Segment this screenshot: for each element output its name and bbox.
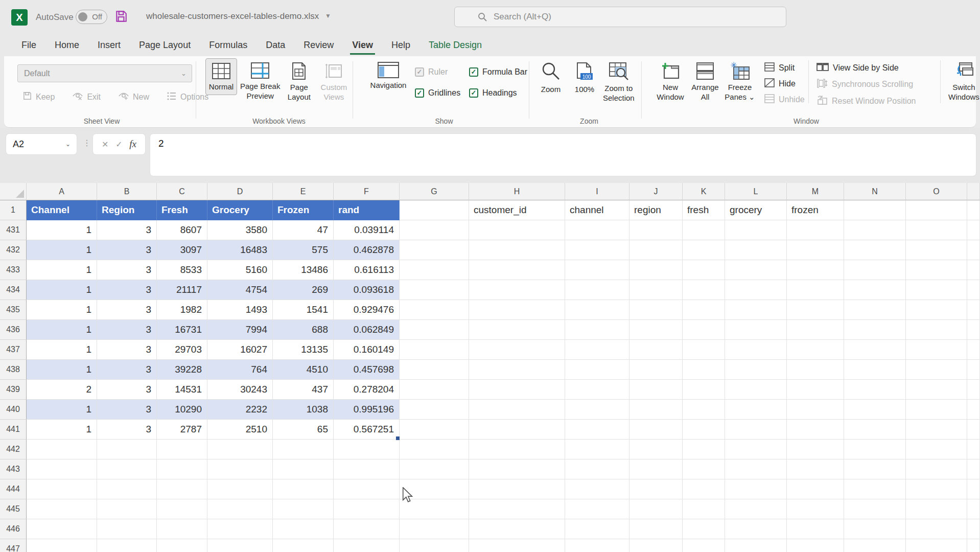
cell-empty[interactable] xyxy=(967,340,980,360)
cell-f436[interactable]: 0.062849 xyxy=(334,320,400,340)
cell-empty[interactable] xyxy=(725,360,787,380)
table-header-grocery[interactable]: Grocery xyxy=(207,200,273,220)
cell-e432[interactable]: 575 xyxy=(273,240,334,260)
cell-empty[interactable] xyxy=(469,400,565,420)
cell-empty[interactable] xyxy=(273,539,334,552)
row-header-440[interactable]: 440 xyxy=(0,400,27,420)
new-window-button[interactable]: NewWindow xyxy=(655,58,686,102)
cell-empty[interactable] xyxy=(787,220,844,240)
cell-a437[interactable]: 1 xyxy=(27,340,97,360)
autosave-toggle[interactable]: Off xyxy=(76,10,107,24)
row-header-443[interactable]: 443 xyxy=(0,459,27,479)
cell-a435[interactable]: 1 xyxy=(27,300,97,320)
cell-empty[interactable] xyxy=(787,240,844,260)
formula-bar-checkbox[interactable]: ✓Formula Bar xyxy=(469,67,527,77)
cell-empty[interactable] xyxy=(273,499,334,519)
cell-empty[interactable] xyxy=(207,499,273,519)
cell-c432[interactable]: 3097 xyxy=(157,240,207,260)
cell-e434[interactable]: 269 xyxy=(273,280,334,300)
cell-empty[interactable] xyxy=(469,360,565,380)
column-header-i[interactable]: I xyxy=(565,183,629,200)
cell-empty[interactable] xyxy=(565,340,629,360)
cell-empty[interactable] xyxy=(565,479,629,499)
cell-empty[interactable] xyxy=(629,260,683,280)
row-header-445[interactable]: 445 xyxy=(0,499,27,519)
cell-empty[interactable] xyxy=(400,280,469,300)
cell-empty[interactable] xyxy=(629,400,683,420)
synchronous-scrolling-button[interactable]: Synchronous Scrolling xyxy=(816,78,916,90)
cell-empty[interactable] xyxy=(629,440,683,459)
tab-formulas[interactable]: Formulas xyxy=(208,36,248,56)
document-title[interactable]: wholesale-customers-excel-tables-demo.xl… xyxy=(146,11,319,21)
cell-a436[interactable]: 1 xyxy=(27,320,97,340)
cell-empty[interactable] xyxy=(787,340,844,360)
cell-empty[interactable] xyxy=(906,400,967,420)
cell-empty[interactable] xyxy=(787,499,844,519)
cell-empty[interactable] xyxy=(906,499,967,519)
cell-e437[interactable]: 13135 xyxy=(273,340,334,360)
cell-empty[interactable] xyxy=(725,400,787,420)
cell-empty[interactable] xyxy=(629,320,683,340)
cell-empty[interactable] xyxy=(207,440,273,459)
cell-empty[interactable] xyxy=(725,519,787,539)
cell-empty[interactable] xyxy=(334,499,400,519)
hide-button[interactable]: Hide xyxy=(764,78,805,89)
cell-empty[interactable] xyxy=(906,200,967,220)
cell-empty[interactable] xyxy=(906,300,967,320)
cell-empty[interactable] xyxy=(787,539,844,552)
tab-page-layout[interactable]: Page Layout xyxy=(138,36,192,56)
cell-empty[interactable] xyxy=(725,340,787,360)
filename-dropdown-icon[interactable]: ▼ xyxy=(325,12,331,19)
cell-empty[interactable] xyxy=(334,440,400,459)
cell-empty[interactable] xyxy=(565,400,629,420)
cell-empty[interactable] xyxy=(967,200,980,220)
cell-empty[interactable] xyxy=(97,440,157,459)
freeze-panes--button[interactable]: ✳FreezePanes ⌄ xyxy=(725,58,755,102)
cell-b431[interactable]: 3 xyxy=(97,220,157,240)
table-header-rand[interactable]: rand xyxy=(334,200,400,220)
keep-button[interactable]: Keep xyxy=(22,91,55,103)
cell-f437[interactable]: 0.160149 xyxy=(334,340,400,360)
column-header-h[interactable]: H xyxy=(469,183,565,200)
cell-empty[interactable] xyxy=(469,519,565,539)
cell-b434[interactable]: 3 xyxy=(97,280,157,300)
row-header-444[interactable]: 444 xyxy=(0,479,27,499)
cell-empty[interactable] xyxy=(683,459,725,479)
cell-empty[interactable] xyxy=(844,539,906,552)
gridlines-checkbox[interactable]: ✓Gridlines xyxy=(415,88,469,98)
column-header-f[interactable]: F xyxy=(334,183,400,200)
cell-empty[interactable] xyxy=(629,360,683,380)
row-header-1[interactable]: 1 xyxy=(0,200,27,220)
cell-f434[interactable]: 0.093618 xyxy=(334,280,400,300)
cell-empty[interactable] xyxy=(844,340,906,360)
row-header-431[interactable]: 431 xyxy=(0,220,27,240)
cell-a434[interactable]: 1 xyxy=(27,280,97,300)
cell-empty[interactable] xyxy=(787,459,844,479)
cell-empty[interactable] xyxy=(565,280,629,300)
column-header-e[interactable]: E xyxy=(273,183,334,200)
cell-c441[interactable]: 2787 xyxy=(157,420,207,440)
split-button[interactable]: Split xyxy=(764,62,805,74)
cell-empty[interactable] xyxy=(97,499,157,519)
cell-empty[interactable] xyxy=(629,220,683,240)
cell-empty[interactable] xyxy=(400,420,469,440)
cell-empty[interactable] xyxy=(683,499,725,519)
cell-e439[interactable]: 437 xyxy=(273,380,334,400)
cell-empty[interactable] xyxy=(683,380,725,400)
cell-empty[interactable] xyxy=(157,519,207,539)
cell-f433[interactable]: 0.616113 xyxy=(334,260,400,280)
cell-c434[interactable]: 21117 xyxy=(157,280,207,300)
cell-empty[interactable] xyxy=(629,380,683,400)
save-icon[interactable] xyxy=(114,10,128,25)
cell-empty[interactable] xyxy=(844,220,906,240)
cell-empty[interactable] xyxy=(844,280,906,300)
cell-empty[interactable] xyxy=(906,340,967,360)
cell-empty[interactable] xyxy=(906,360,967,380)
cell-empty[interactable] xyxy=(207,479,273,499)
cell-empty[interactable] xyxy=(97,519,157,539)
cell-empty[interactable] xyxy=(787,380,844,400)
arrange-all-button[interactable]: ArrangeAll xyxy=(690,58,720,102)
cell-empty[interactable] xyxy=(469,240,565,260)
enter-icon[interactable]: ✓ xyxy=(115,140,122,149)
cell-empty[interactable] xyxy=(844,300,906,320)
